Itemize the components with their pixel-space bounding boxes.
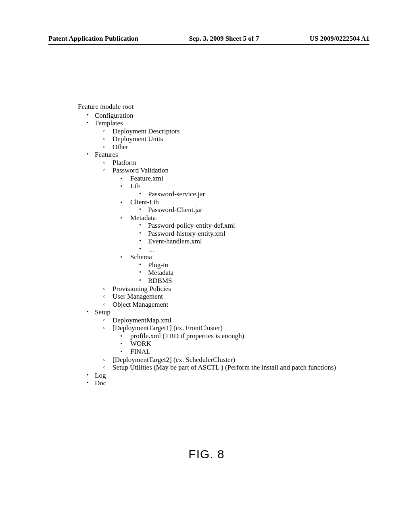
item-work: WORK: [113, 340, 336, 348]
item-rdbms: RDBMS: [130, 277, 336, 285]
item-deploymenttarget2: [DeploymentTarget2] (ex. SchedulerCluste…: [95, 356, 336, 364]
item-password-validation-label: Password Validation: [113, 166, 169, 174]
item-deployment-descriptors: Deployment Descriptors: [95, 127, 336, 135]
item-configuration: Configuration: [78, 112, 336, 120]
item-plug-in: Plug-in: [130, 261, 336, 269]
item-metadata: Metadata Password-policy-entity-def.xml …: [113, 214, 336, 254]
item-schema-metadata: Metadata: [130, 269, 336, 277]
item-setup-label: Setup: [95, 308, 111, 316]
item-lib-label: Lib: [130, 182, 140, 190]
item-features: Features Platform Password Validation Fe…: [78, 151, 336, 308]
item-templates: Templates Deployment Descriptors Deploym…: [78, 119, 336, 151]
item-platform: Platform: [95, 159, 336, 167]
header-center: Sep. 3, 2009 Sheet 5 of 7: [189, 35, 259, 43]
item-deploymenttarget1-label: [DeploymentTarget1] (ex. FrontCluster): [113, 324, 223, 332]
item-other: Other: [95, 143, 336, 151]
item-ellipsis: …: [130, 245, 336, 254]
root-title: Feature module root: [78, 103, 336, 111]
item-schema-label: Schema: [130, 253, 152, 261]
item-client-lib: Client-Lib Password-Client.jar: [113, 198, 336, 214]
item-profile-xml: profile.xml (TBD if properties is enough…: [113, 332, 336, 340]
item-event-handlers: Event-handlers.xml: [130, 237, 336, 245]
page-header: Patent Application Publication Sep. 3, 2…: [48, 35, 369, 44]
item-features-label: Features: [95, 151, 118, 158]
item-user-management: User Management: [95, 293, 336, 301]
item-doc: Doc: [78, 379, 336, 387]
item-deploymentmap-xml: DeploymentMap.xml: [95, 316, 336, 324]
item-feature-xml: Feature.xml: [113, 175, 336, 183]
header-right: US 2009/0222504 A1: [310, 35, 369, 43]
item-deployment-units: Deployment Units: [95, 135, 336, 143]
item-final: FINAL: [113, 348, 336, 356]
item-schema: Schema Plug-in Metadata RDBMS: [113, 253, 336, 285]
item-password-client-jar: Password-Client.jar: [130, 206, 336, 214]
item-object-management: Object Management: [95, 301, 336, 309]
page: Patent Application Publication Sep. 3, 2…: [0, 0, 413, 532]
item-setup: Setup DeploymentMap.xml [DeploymentTarge…: [78, 308, 336, 371]
item-password-policy-entity-def: Password-policy-entity-def.xml: [130, 222, 336, 230]
item-provisioning-policies: Provisioning Policies: [95, 285, 336, 293]
item-deploymenttarget1: [DeploymentTarget1] (ex. FrontCluster) p…: [95, 324, 336, 355]
item-log: Log: [78, 372, 336, 380]
header-rule: [48, 44, 369, 45]
item-templates-label: Templates: [95, 119, 123, 127]
item-password-validation: Password Validation Feature.xml Lib Pass…: [95, 166, 336, 285]
item-password-service-jar: Password-service.jar: [130, 190, 336, 198]
item-setup-utilities: Setup Utilities (May be part of ASCTL ) …: [95, 364, 336, 372]
item-client-lib-label: Client-Lib: [130, 198, 159, 206]
header-left: Patent Application Publication: [48, 35, 138, 43]
item-metadata-label: Metadata: [130, 214, 156, 222]
figure-label: FIG. 8: [0, 447, 413, 461]
item-password-history-entity: Password-history-entity.xml: [130, 230, 336, 238]
content-body: Feature module root Configuration Templa…: [78, 103, 336, 387]
item-lib: Lib Password-service.jar: [113, 182, 336, 198]
